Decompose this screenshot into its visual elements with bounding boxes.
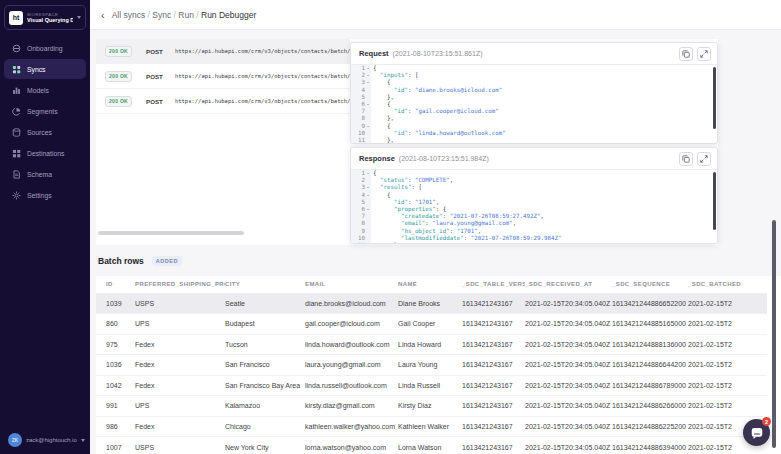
copy-button[interactable] (679, 152, 693, 166)
table-cell: diane.brooks@icloud.com (305, 293, 398, 314)
code-line: 3- "results": [ (351, 184, 717, 191)
table-cell: laura.young@gmail.com (305, 355, 398, 376)
table-row[interactable]: 1039USPSSeatlediane.brooks@icloud.comDia… (96, 293, 767, 314)
code-line: 11 }, (351, 137, 717, 143)
breadcrumb-item-run-debugger: Run Debugger (201, 10, 256, 20)
table-cell: lorna.watson@yahoo.com (305, 437, 398, 454)
chevron-left-icon[interactable]: ‹ (101, 10, 105, 20)
breadcrumb: All syncs / Sync / Run / Run Debugger (112, 10, 257, 20)
copy-button[interactable] (679, 47, 693, 61)
table-row[interactable]: 860UPSBudapestgail.cooper@icloud.comGail… (96, 314, 767, 335)
horizontal-scrollbar[interactable] (98, 231, 244, 235)
table-cell: 2021-02-15T2 (688, 375, 767, 396)
sidebar-item-models[interactable]: Models (4, 80, 86, 100)
code-line: 8 }, (351, 115, 717, 122)
main-area: ‹ All syncs / Sync / Run / Run Debugger … (90, 0, 781, 454)
code-line: 8 "email": "laura.young@gmail.com", (351, 220, 717, 227)
sidebar-item-sources[interactable]: Sources (4, 122, 86, 142)
table-cell: 975 (96, 334, 135, 355)
breadcrumb-item-all-syncs[interactable]: All syncs (112, 10, 146, 20)
chat-icon (750, 426, 764, 440)
code-line: 1-{ (351, 65, 717, 72)
table-row[interactable]: 1042FedexSan Francisco Bay Arealinda.rus… (96, 375, 767, 396)
request-row[interactable]: 200 OKPOSThttps://api.hubapi.com/crm/v3/… (96, 89, 350, 114)
workspace-selector[interactable]: ht WORKSPACE Visual Querying D... (4, 5, 86, 30)
code-line: 9 "hs_object_id": "1701", (351, 228, 717, 235)
code-line: 2- "inputs": [ (351, 72, 717, 79)
sidebar-item-segments[interactable]: Segments (4, 101, 86, 121)
table-cell: Kalamazoo (225, 396, 305, 417)
table-cell: gail.cooper@icloud.com (305, 314, 398, 335)
breadcrumb-separator: / (194, 10, 201, 20)
column-header: NAME (398, 276, 462, 293)
table-cell: 2021-02-15T2 (688, 355, 767, 376)
sidebar-item-label: Segments (27, 108, 58, 115)
user-menu[interactable]: ZK zack@hightouch.io (8, 433, 85, 447)
table-row[interactable]: 975FedexTucsonlinda.howard@outlook.comLi… (96, 334, 767, 355)
workspace-name: Visual Querying D... (27, 17, 73, 24)
sidebar-item-schema[interactable]: Schema (4, 164, 86, 184)
table-cell: 2021-02-15T2 (688, 396, 767, 417)
page-scrollbar[interactable] (772, 220, 776, 448)
status-badge: 200 OK (105, 71, 132, 82)
code-line: 3- { (351, 79, 717, 86)
table-row[interactable]: 1007USPSNew York Citylorna.watson@yahoo.… (96, 437, 767, 454)
avatar: ZK (8, 433, 22, 447)
request-url: https://api.hubapi.com/crm/v3/objects/co… (175, 48, 350, 54)
sidebar-item-label: Onboarding (27, 45, 63, 52)
table-cell: Gail Cooper (398, 314, 462, 335)
table-cell: Chicago (225, 416, 305, 437)
table-cell: linda.russell@outlook.com (305, 375, 398, 396)
code-line: 6- "properties": { (351, 206, 717, 213)
request-scrollbar[interactable] (713, 67, 716, 129)
table-cell: 1042 (96, 375, 135, 396)
table-cell: Lorna Watson (398, 437, 462, 454)
batch-rows-table: IDPREFERRED_SHIPPING_PROVIDERCITYEMAILNA… (96, 276, 767, 454)
workspace-text: WORKSPACE Visual Querying D... (27, 12, 73, 24)
table-cell: 1613421243167 (462, 293, 525, 314)
status-badge: 200 OK (105, 96, 132, 107)
column-header: _SDC_TABLE_VERSION (462, 276, 525, 293)
table-row[interactable]: 986FedexChicagokathleen.walker@yahoo.com… (96, 416, 767, 437)
table-cell: San Francisco Bay Area (225, 375, 305, 396)
table-cell: 1613421244886394000 (612, 437, 688, 454)
chat-button[interactable]: 2 (743, 419, 770, 446)
expand-button[interactable] (697, 47, 711, 61)
table-cell: Kathleen Walker (398, 416, 462, 437)
table-cell: Linda Howard (398, 334, 462, 355)
table-cell: 1613421243167 (462, 396, 525, 417)
request-row[interactable]: 200 OKPOSThttps://api.hubapi.com/crm/v3/… (96, 64, 350, 89)
sidebar-item-onboarding[interactable]: Onboarding (4, 38, 86, 58)
http-method: POST (146, 98, 163, 105)
onboarding-icon (11, 43, 21, 53)
breadcrumb-item-sync[interactable]: Sync (152, 10, 171, 20)
table-cell: 2021-02-15T20:34:05.040Z (525, 437, 612, 454)
response-scrollbar[interactable] (713, 172, 716, 230)
sidebar-item-label: Sources (27, 129, 52, 136)
code-line: 2 "status": "COMPLETE", (351, 177, 717, 184)
request-url: https://api.hubapi.com/crm/v3/objects/co… (175, 98, 350, 104)
sidebar-item-settings[interactable]: Settings (4, 185, 86, 205)
code-line: 9- { (351, 123, 717, 130)
table-cell: 986 (96, 416, 135, 437)
table-cell: 991 (96, 396, 135, 417)
table-cell: Fedex (135, 334, 225, 355)
segments-icon (11, 106, 21, 116)
request-row[interactable]: 200 OKPOSThttps://api.hubapi.com/crm/v3/… (96, 39, 350, 64)
table-row[interactable]: 1036FedexSan Franciscolaura.young@gmail.… (96, 355, 767, 376)
table-cell: 1036 (96, 355, 135, 376)
table-cell: 1613421244888136000 (612, 334, 688, 355)
column-header: _SDC_SEQUENCE (612, 276, 688, 293)
sidebar-item-label: Destinations (27, 150, 64, 157)
sidebar-item-destinations[interactable]: Destinations (4, 143, 86, 163)
sidebar-item-syncs[interactable]: Syncs (4, 59, 86, 79)
table-cell: 1613421243167 (462, 314, 525, 335)
expand-button[interactable] (697, 152, 711, 166)
column-header: _SDC_BATCHED (688, 276, 767, 293)
breadcrumb-item-run[interactable]: Run (178, 10, 194, 20)
table-row[interactable]: 991UPSKalamazookirsty.diaz@gmail.comKirs… (96, 396, 767, 417)
copy-icon (682, 50, 690, 58)
table-cell: 2021-02-15T2 (688, 334, 767, 355)
table-cell: 2021-02-15T20:34:05.040Z (525, 334, 612, 355)
code-line: 5 "id": "1701", (351, 199, 717, 206)
